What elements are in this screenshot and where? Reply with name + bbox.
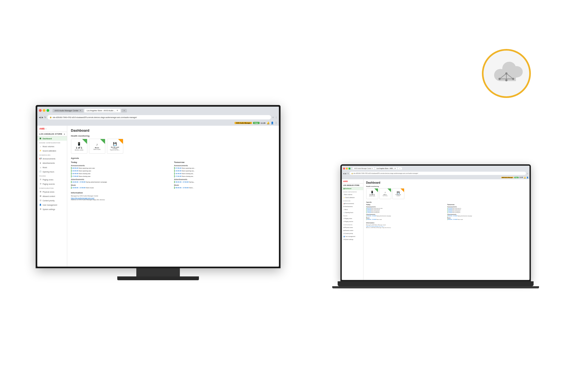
close-button[interactable] bbox=[39, 109, 42, 112]
store-selector[interactable]: LOS ANGELES STORE ▾ bbox=[37, 132, 67, 136]
laptop-back-icon[interactable]: ◀ bbox=[343, 172, 344, 174]
laptop-agenda-item: 08:00:00 - 17:00:00 Spring advertisement… bbox=[447, 215, 527, 217]
laptop-refresh-icon[interactable]: ↻ bbox=[347, 172, 349, 174]
information-section: Information Managed by AXIS Audio Manage… bbox=[71, 192, 275, 201]
laptop-nav-users[interactable]: 👤 User management bbox=[342, 235, 363, 238]
sidebar-item-sound-calibration[interactable]: ⚡ Sound calibration bbox=[37, 149, 67, 153]
laptop-info-title: Information bbox=[366, 222, 527, 224]
sidebar-item-announcements[interactable]: 📢 Announcements bbox=[37, 156, 67, 161]
laptop-browser-chrome: AXIS Audio Manager Center ✕ Los Angeles … bbox=[342, 166, 529, 171]
back-icon[interactable]: ◀ bbox=[39, 116, 41, 119]
laptop-max-btn[interactable] bbox=[349, 168, 350, 169]
sidebar-item-physical-zones[interactable]: ⊞ Physical zones bbox=[37, 190, 67, 194]
star-icon[interactable]: ☆ bbox=[272, 116, 274, 119]
laptop-nav-priority[interactable]: ⊡ Content priority bbox=[342, 232, 363, 235]
agenda-item: 16:45:00 Store-closing.wav bbox=[71, 172, 172, 175]
agenda-item: 10:00:00 Store-opening-wa... bbox=[174, 170, 275, 172]
monitor-screen: AXIS Audio Manager Center ✕ Los Angeles … bbox=[36, 105, 281, 268]
svg-point-5 bbox=[505, 72, 507, 75]
sidebar-item-paging-zones[interactable]: ① Paging zones bbox=[37, 177, 67, 182]
laptop-agenda-item: 10:00:00 Store-opening-wa... bbox=[447, 209, 527, 210]
agenda-item: 10:00:00 - 17:00:00 Store music bbox=[71, 187, 172, 189]
header-bar: AXIS Audio Manager Edge 11:29 🔔 👤 ⋮ bbox=[37, 120, 279, 126]
tab-la-store[interactable]: Los Angeles Store - AXIS Audio ... ✕ bbox=[84, 109, 121, 112]
laptop-device-icon: 📱 bbox=[371, 191, 374, 193]
laptop-star-icon[interactable]: ☆ bbox=[527, 172, 528, 174]
tab-new[interactable]: + bbox=[121, 109, 127, 112]
laptop-music-tomorrow: Music bbox=[447, 217, 527, 219]
settings-icon[interactable]: ⋮ bbox=[275, 116, 277, 119]
laptop-logo: AXIS bbox=[342, 179, 363, 184]
laptop-nav-sound-cal[interactable]: ⚡ Sound calibration bbox=[342, 196, 363, 199]
laptop-address-input[interactable]: 🔒 site-df2fcfb0-7648-4782-a5c5-dcadaaed3… bbox=[350, 172, 526, 175]
laptop-nav-paging-zones[interactable]: ① Paging zones bbox=[342, 217, 363, 220]
laptop-agenda-item: 06:55:00 Store-opening-soon.wav bbox=[366, 208, 446, 209]
laptop-tab-new[interactable]: + bbox=[398, 167, 402, 169]
laptop-agenda-item: 07:55:00 Store-opening-soo... bbox=[447, 208, 527, 209]
sidebar-item-user-management[interactable]: 👤 User management bbox=[37, 203, 67, 207]
tab-close-icon[interactable]: ✕ bbox=[116, 109, 118, 112]
laptop-app-layout: AXIS LOS ANGELES STORE ▦ Dashboard SOUND… bbox=[342, 179, 529, 280]
laptop-nav-paging-sources[interactable]: ② Paging sources bbox=[342, 220, 363, 223]
sidebar-section-config: CONFIGURATION bbox=[37, 186, 67, 190]
laptop-nav-phys-zones[interactable]: ⊞ Physical zones bbox=[342, 226, 363, 229]
managed-by-text: Managed by AXIS Audio Manager Center bbox=[71, 195, 275, 197]
minimize-button[interactable] bbox=[43, 109, 45, 112]
laptop-tab-center[interactable]: AXIS Audio Manager Center ✕ bbox=[353, 167, 374, 169]
announcements-icon: 📢 bbox=[39, 158, 42, 160]
laptop-section-config: CONFIGURATION bbox=[342, 223, 363, 226]
laptop-alert-icon[interactable]: 🔔 bbox=[524, 177, 526, 178]
settings-gear-icon: ⚙ bbox=[39, 208, 42, 210]
refresh-icon[interactable]: ↻ bbox=[44, 116, 46, 119]
sidebar-item-allowed-content[interactable]: ⊠ Allowed content bbox=[37, 194, 67, 198]
laptop-screen: AXIS Audio Manager Center ✕ Los Angeles … bbox=[340, 164, 531, 281]
laptop-address-label: Address to AXIS Audio Manager Edge (this… bbox=[366, 227, 527, 228]
laptop-section-scheduling: SCHEDULING bbox=[342, 199, 363, 202]
sidebar-item-opening-hours[interactable]: 🕐 Opening hours bbox=[37, 169, 67, 174]
laptop-nav-ads[interactable]: $ Advertisements bbox=[342, 205, 363, 208]
sidebar: AXIS ▸ LOS ANGELES STORE ▾ ▦ Dashboard S… bbox=[37, 126, 67, 267]
agenda-grid: Today Announcements 08:55:00 Store-openi… bbox=[71, 161, 275, 189]
laptop-today-col: Today Announcements 06:55:00 Store-openi… bbox=[366, 204, 446, 220]
laptop-close-btn[interactable] bbox=[343, 168, 345, 169]
laptop-agenda-item: 17:00:00 Store-closing.wav bbox=[366, 212, 446, 213]
forward-icon[interactable]: ▶ bbox=[42, 116, 43, 119]
laptop-user-icon[interactable]: 👤 bbox=[527, 177, 528, 178]
sidebar-item-paging-sources[interactable]: ② Paging sources bbox=[37, 182, 67, 186]
sidebar-item-music[interactable]: ♫ Music bbox=[37, 165, 67, 169]
laptop-nav-dashboard[interactable]: ▦ Dashboard bbox=[342, 187, 363, 190]
laptop-forward-icon[interactable]: ▶ bbox=[345, 172, 347, 174]
laptop-tab-store[interactable]: Los Angeles Store - AXIS ... ✕ bbox=[375, 167, 398, 169]
laptop-card-sd: 💾 No SD card available bbox=[392, 188, 404, 199]
maximize-button[interactable] bbox=[47, 109, 49, 112]
agenda-today: Today Announcements 08:55:00 Store-openi… bbox=[71, 161, 172, 189]
laptop-nav-hours[interactable]: 🕐 Opening hours bbox=[342, 211, 363, 214]
laptop-store: LOS ANGELES STORE bbox=[342, 184, 363, 187]
dashboard-icon: ▦ bbox=[39, 137, 42, 140]
sidebar-item-advertisements[interactable]: $ Advertisements bbox=[37, 161, 67, 165]
laptop-nav-music-vol[interactable]: ♪ Music volumes bbox=[342, 193, 363, 196]
sidebar-item-content-priority[interactable]: ⊡ Content priority bbox=[37, 198, 67, 203]
sidebar-item-system-settings[interactable]: ⚙ System settings bbox=[37, 207, 67, 211]
laptop-nav-music[interactable]: ♫ Music bbox=[342, 208, 363, 211]
laptop-nav-allowed[interactable]: ⊠ Allowed content bbox=[342, 229, 363, 232]
laptop-main-content: Dashboard Health monitoring 📱 1 of 1 dev… bbox=[364, 179, 529, 280]
sidebar-item-music-volumes[interactable]: ♪ Music volumes bbox=[37, 144, 67, 149]
agenda-item: 08:00:00 - 17:00:00 Spring... bbox=[174, 181, 275, 183]
user-icon[interactable]: 👤 bbox=[271, 122, 274, 124]
agenda-item: 07:55:00 Store-opening-soo... bbox=[174, 167, 275, 169]
tab-axis-center[interactable]: AXIS Audio Manager Center ✕ bbox=[53, 109, 84, 112]
sidebar-section-paging: PAGING bbox=[37, 174, 67, 177]
sidebar-item-dashboard[interactable]: ▦ Dashboard bbox=[37, 136, 67, 141]
laptop-min-btn[interactable] bbox=[346, 168, 348, 169]
alert-icon[interactable]: 🔔 bbox=[267, 122, 270, 124]
laptop-corner-warning bbox=[401, 189, 404, 192]
laptop-sidebar: AXIS LOS ANGELES STORE ▦ Dashboard SOUND… bbox=[342, 179, 364, 280]
laptop-nav-announcements[interactable]: 📢 Announcements bbox=[342, 202, 363, 205]
health-card-devices: 📱 1 of 1 devices online bbox=[71, 139, 87, 154]
more-icon[interactable]: ⋮ bbox=[275, 122, 277, 124]
tab-close-icon[interactable]: ✕ bbox=[79, 109, 81, 112]
laptop-nav-settings[interactable]: ⚙ System settings bbox=[342, 238, 363, 241]
address-input[interactable]: 🔒 site-df2fcfb0-7648-4782-a5c5-dcadaaed3… bbox=[47, 115, 271, 119]
svg-point-6 bbox=[498, 78, 501, 80]
